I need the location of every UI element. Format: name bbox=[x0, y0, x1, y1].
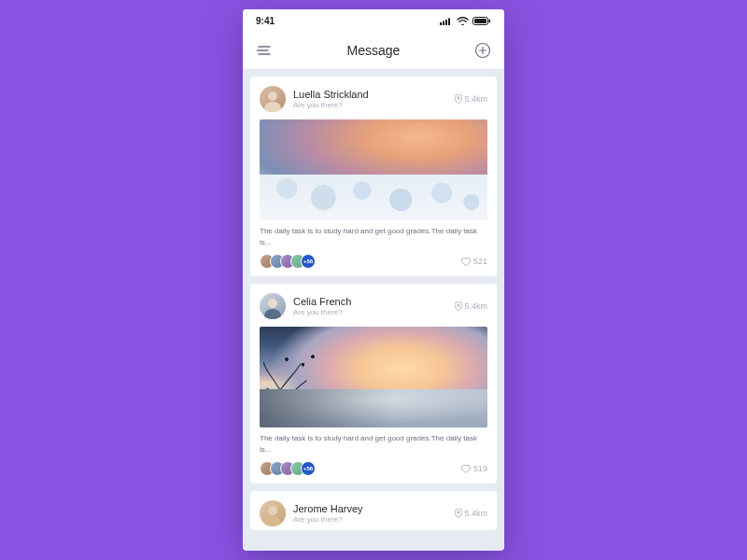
feed[interactable]: Luella Strickland Are you there? 5.4km T… bbox=[243, 69, 504, 551]
avatar[interactable] bbox=[260, 293, 286, 319]
phone-frame: 9:41 Message Luella Strickland Are you t… bbox=[243, 9, 504, 551]
post-distance: 5.4km bbox=[455, 509, 487, 518]
post-image[interactable] bbox=[260, 327, 487, 427]
page-title: Message bbox=[347, 43, 401, 58]
like-count[interactable]: 519 bbox=[461, 464, 487, 473]
liker-avatars[interactable]: +56 bbox=[260, 461, 316, 476]
svg-point-17 bbox=[264, 309, 281, 319]
post-header: Celia French Are you there? 5.4km bbox=[260, 293, 487, 319]
svg-point-16 bbox=[268, 299, 277, 308]
wifi-icon bbox=[457, 17, 469, 25]
post-caption: The daily task is to study hard and get … bbox=[260, 433, 487, 455]
svg-point-14 bbox=[264, 102, 281, 112]
post-author: Jerome Harvey bbox=[293, 503, 455, 514]
svg-rect-2 bbox=[445, 20, 447, 25]
more-likers-badge: +56 bbox=[301, 254, 316, 269]
location-icon bbox=[455, 301, 462, 311]
more-likers-badge: +56 bbox=[301, 461, 316, 476]
svg-rect-0 bbox=[440, 22, 442, 25]
svg-point-21 bbox=[458, 511, 459, 513]
post-card[interactable]: Celia French Are you there? 5.4km The da… bbox=[250, 284, 497, 483]
tree-silhouette bbox=[263, 343, 319, 427]
post-card[interactable]: Jerome Harvey Are you there? 5.4km bbox=[250, 491, 497, 530]
post-image[interactable] bbox=[260, 119, 487, 220]
avatar[interactable] bbox=[260, 86, 286, 112]
svg-point-19 bbox=[268, 506, 277, 515]
navbar: Message bbox=[243, 32, 504, 69]
post-card[interactable]: Luella Strickland Are you there? 5.4km T… bbox=[250, 77, 497, 276]
location-icon bbox=[455, 94, 462, 104]
heart-icon bbox=[461, 258, 471, 266]
post-caption: The daily task is to study hard and get … bbox=[260, 226, 487, 248]
battery-icon bbox=[472, 17, 491, 25]
post-author: Celia French bbox=[293, 296, 455, 307]
liker-avatars[interactable]: +56 bbox=[260, 254, 316, 269]
post-subtitle: Are you there? bbox=[293, 101, 455, 109]
svg-rect-6 bbox=[489, 19, 491, 22]
add-icon[interactable] bbox=[474, 42, 491, 59]
post-header: Luella Strickland Are you there? 5.4km bbox=[260, 86, 487, 112]
svg-point-20 bbox=[264, 516, 281, 526]
svg-point-15 bbox=[458, 97, 459, 99]
svg-point-18 bbox=[458, 304, 459, 306]
svg-rect-3 bbox=[448, 18, 450, 25]
svg-rect-1 bbox=[443, 21, 444, 25]
post-subtitle: Are you there? bbox=[293, 515, 455, 524]
post-footer: +56 521 bbox=[260, 254, 487, 269]
svg-rect-5 bbox=[474, 19, 486, 23]
location-icon bbox=[455, 509, 462, 518]
post-footer: +56 519 bbox=[260, 461, 487, 476]
like-count[interactable]: 521 bbox=[461, 257, 487, 266]
post-subtitle: Are you there? bbox=[293, 308, 455, 316]
svg-point-13 bbox=[268, 91, 277, 101]
avatar[interactable] bbox=[260, 500, 286, 526]
post-distance: 5.4km bbox=[455, 94, 487, 104]
heart-icon bbox=[461, 465, 471, 473]
post-distance: 5.4km bbox=[455, 301, 487, 311]
clock: 9:41 bbox=[256, 16, 275, 26]
post-author: Luella Strickland bbox=[293, 89, 455, 100]
signal-icon bbox=[440, 17, 453, 25]
menu-icon[interactable] bbox=[256, 42, 273, 59]
post-header: Jerome Harvey Are you there? 5.4km bbox=[260, 500, 487, 526]
status-icons bbox=[440, 17, 491, 25]
status-bar: 9:41 bbox=[243, 9, 504, 32]
